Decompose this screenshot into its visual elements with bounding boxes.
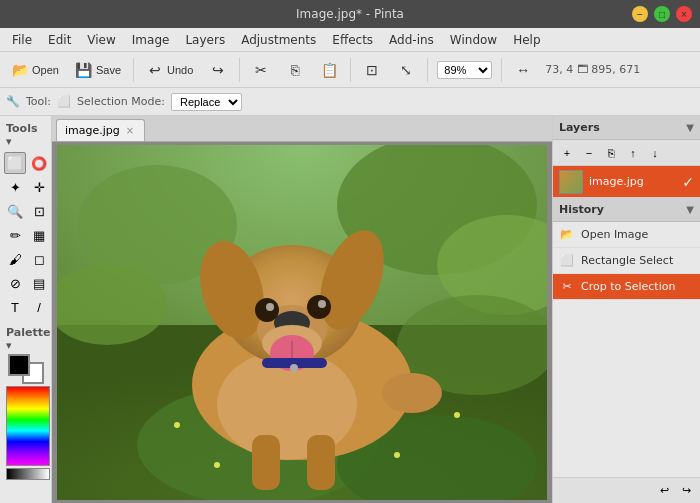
separator-1 xyxy=(133,58,134,82)
zoom-select[interactable]: 89% 100% 75% xyxy=(437,61,492,79)
paint-bucket-tool[interactable]: ▦ xyxy=(28,224,50,246)
undo-icon: ↩ xyxy=(146,61,164,79)
palette-section: Palette ▾ xyxy=(2,324,49,484)
tool-grid: ⬜ ⭕ ✦ ✛ 🔍 ⊡ ✏ ▦ 🖌 ◻ ⊘ ▤ T / xyxy=(2,150,49,320)
tab-close-button[interactable]: × xyxy=(124,125,136,136)
layer-item[interactable]: image.jpg ✓ xyxy=(553,166,700,198)
gray-spectrum[interactable] xyxy=(6,468,50,480)
add-layer-button[interactable]: + xyxy=(557,143,577,163)
zoom-tool[interactable]: 🔍 xyxy=(4,200,26,222)
duplicate-layer-button[interactable]: ⎘ xyxy=(601,143,621,163)
brush-tool[interactable]: 🖌 xyxy=(4,248,26,270)
foreground-color[interactable] xyxy=(8,354,30,376)
color-selector[interactable] xyxy=(8,354,44,384)
svg-point-29 xyxy=(394,452,400,458)
flip-button[interactable]: ↔ xyxy=(507,57,539,83)
undo-button[interactable]: ↩ Undo xyxy=(139,57,200,83)
menu-image[interactable]: Image xyxy=(124,31,178,49)
svg-point-19 xyxy=(266,303,274,311)
layers-header: Layers ▼ xyxy=(553,116,700,140)
window-title: Image.jpg* - Pinta xyxy=(68,7,632,21)
pencil-tool[interactable]: ✏ xyxy=(4,224,26,246)
save-label: Save xyxy=(96,64,121,76)
history-item-select[interactable]: ⬜ Rectangle Select xyxy=(553,248,700,274)
open-image-icon: 📂 xyxy=(559,227,575,243)
crop-history-icon: ✂ xyxy=(559,279,575,295)
crop-button[interactable]: ⊡ xyxy=(356,57,388,83)
canvas-area: image.jpg × xyxy=(52,116,552,503)
move-tool[interactable]: ✛ xyxy=(28,176,50,198)
size-text: 895, 671 xyxy=(591,63,640,76)
lasso-select-tool[interactable]: ⭕ xyxy=(28,152,50,174)
close-button[interactable]: × xyxy=(676,6,692,22)
rectangle-select-tool[interactable]: ⬜ xyxy=(4,152,26,174)
main-toolbar: 📂 Open 💾 Save ↩ Undo ↪ ✂ ⎘ 📋 ⊡ ⤡ 89% 100… xyxy=(0,52,700,88)
copy-button[interactable]: ⎘ xyxy=(279,57,311,83)
color-spectrum[interactable] xyxy=(6,386,50,466)
menu-layers[interactable]: Layers xyxy=(177,31,233,49)
separator-2 xyxy=(239,58,240,82)
svg-point-17 xyxy=(255,298,279,322)
layer-visibility-check[interactable]: ✓ xyxy=(682,174,694,190)
menu-addins[interactable]: Add-ins xyxy=(381,31,442,49)
menu-window[interactable]: Window xyxy=(442,31,505,49)
resize-button[interactable]: ⤡ xyxy=(390,57,422,83)
window-controls: − □ × xyxy=(632,6,692,22)
gradient-tool[interactable]: ▤ xyxy=(28,272,50,294)
history-undo-button[interactable]: ↩ xyxy=(654,481,674,501)
separator-4 xyxy=(427,58,428,82)
menu-effects[interactable]: Effects xyxy=(324,31,381,49)
image-tab[interactable]: image.jpg × xyxy=(56,119,145,141)
eyedropper-tool[interactable]: ⊘ xyxy=(4,272,26,294)
crop-tool[interactable]: ⊡ xyxy=(28,200,50,222)
history-section: History ▼ 📂 Open Image ⬜ Rectangle Selec… xyxy=(553,198,700,503)
menu-edit[interactable]: Edit xyxy=(40,31,79,49)
coords-display: 73, 4 🗔 895, 671 xyxy=(541,63,644,76)
paste-button[interactable]: 📋 xyxy=(313,57,345,83)
menu-view[interactable]: View xyxy=(79,31,123,49)
separator-3 xyxy=(350,58,351,82)
tools-label[interactable]: Tools ▾ xyxy=(2,120,49,150)
canvas-scroll[interactable] xyxy=(52,142,552,503)
history-header: History ▼ xyxy=(553,198,700,222)
minimize-button[interactable]: − xyxy=(632,6,648,22)
line-tool[interactable]: / xyxy=(28,296,50,318)
text-tool[interactable]: T xyxy=(4,296,26,318)
separator-5 xyxy=(501,58,502,82)
redo-icon: ↪ xyxy=(209,61,227,79)
menu-adjustments[interactable]: Adjustments xyxy=(233,31,324,49)
tool-label: Tool: xyxy=(26,95,51,108)
coords-text: 73, 4 xyxy=(545,63,573,76)
layers-section: Layers ▼ + − ⎘ ↑ ↓ image.jpg ✓ xyxy=(553,116,700,198)
delete-layer-button[interactable]: − xyxy=(579,143,599,163)
layer-thumbnail xyxy=(559,170,583,194)
selection-mode-select[interactable]: Replace Add Subtract xyxy=(171,93,242,111)
open-button[interactable]: 📂 Open xyxy=(4,57,66,83)
save-button[interactable]: 💾 Save xyxy=(68,57,128,83)
palette-label[interactable]: Palette ▾ xyxy=(6,326,45,352)
menu-help[interactable]: Help xyxy=(505,31,548,49)
history-list: 📂 Open Image ⬜ Rectangle Select ✂ Crop t… xyxy=(553,222,700,477)
history-expand-icon[interactable]: ▼ xyxy=(686,204,694,215)
undo-label: Undo xyxy=(167,64,193,76)
history-item-crop[interactable]: ✂ Crop to Selection xyxy=(553,274,700,300)
layer-up-button[interactable]: ↑ xyxy=(623,143,643,163)
history-crop-label: Crop to Selection xyxy=(581,280,675,293)
maximize-button[interactable]: □ xyxy=(654,6,670,22)
redo-button[interactable]: ↪ xyxy=(202,57,234,83)
eraser-tool[interactable]: ◻ xyxy=(28,248,50,270)
magic-wand-tool[interactable]: ✦ xyxy=(4,176,26,198)
zoom-display: 89% 100% 75% xyxy=(433,59,496,81)
main-area: Tools ▾ ⬜ ⭕ ✦ ✛ 🔍 ⊡ ✏ ▦ 🖌 ◻ ⊘ ▤ T / Pale… xyxy=(0,116,700,503)
history-item-open[interactable]: 📂 Open Image xyxy=(553,222,700,248)
layers-title: Layers xyxy=(559,121,600,134)
size-icon: 🗔 xyxy=(577,63,592,76)
history-redo-button[interactable]: ↪ xyxy=(676,481,696,501)
menu-file[interactable]: File xyxy=(4,31,40,49)
layers-expand-icon[interactable]: ▼ xyxy=(686,122,694,133)
cut-button[interactable]: ✂ xyxy=(245,57,277,83)
save-icon: 💾 xyxy=(75,61,93,79)
right-panel: Layers ▼ + − ⎘ ↑ ↓ image.jpg ✓ History ▼ xyxy=(552,116,700,503)
layer-down-button[interactable]: ↓ xyxy=(645,143,665,163)
tool-icon: 🔧 xyxy=(6,95,20,108)
